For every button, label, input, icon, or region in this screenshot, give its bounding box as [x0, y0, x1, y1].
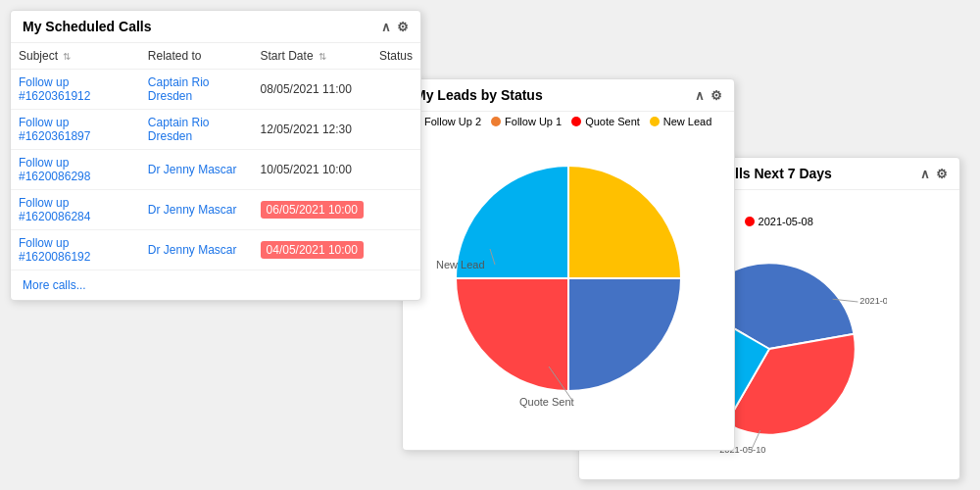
- date-overdue: 06/05/2021 10:00: [261, 201, 364, 219]
- calls-table-header-row: Subject ⇅ Related to Start Date ⇅ Status: [11, 43, 420, 70]
- legend-dot: [745, 217, 755, 226]
- cell-related[interactable]: Dr Jenny Mascar: [140, 230, 253, 270]
- table-row: Follow up #1620361897Captain Rio Dresden…: [11, 110, 420, 150]
- calls-card-title: My Scheduled Calls: [23, 19, 151, 34]
- cell-status: [371, 150, 420, 190]
- leads-collapse-icon[interactable]: ∧: [695, 88, 705, 103]
- leads-card: My Leads by Status ∧ ⚙ Follow Up 2Follow…: [402, 78, 735, 451]
- pie-label: Quote Sent: [519, 396, 574, 408]
- cell-status: [371, 190, 420, 230]
- cell-status: [371, 110, 420, 150]
- agent-collapse-icon[interactable]: ∧: [920, 167, 930, 181]
- pie-label: New Lead: [436, 259, 485, 270]
- table-row: Follow up #1620361912Captain Rio Dresden…: [11, 70, 420, 110]
- related-link[interactable]: Dr Jenny Mascar: [148, 163, 237, 176]
- cell-date: 06/05/2021 10:00: [253, 190, 371, 230]
- scheduled-calls-card: My Scheduled Calls ∧ ⚙ Subject ⇅ Related…: [10, 10, 421, 301]
- cell-related[interactable]: Captain Rio Dresden: [140, 110, 253, 150]
- related-link[interactable]: Captain Rio Dresden: [148, 75, 210, 103]
- related-link[interactable]: Dr Jenny Mascar: [148, 203, 237, 217]
- subject-link[interactable]: Follow up #1620086192: [19, 236, 90, 264]
- cell-date: 12/05/2021 12:30: [253, 110, 371, 150]
- legend-label: 2021-05-08: [759, 216, 813, 227]
- related-link[interactable]: Captain Rio Dresden: [148, 116, 210, 143]
- leads-header-controls: ∧ ⚙: [695, 88, 722, 103]
- legend-dot: [491, 117, 501, 126]
- leads-card-header: My Leads by Status ∧ ⚙: [403, 79, 734, 112]
- cell-date: 08/05/2021 11:00: [253, 70, 371, 110]
- related-link[interactable]: Dr Jenny Mascar: [148, 243, 237, 257]
- leads-settings-icon[interactable]: ⚙: [710, 88, 722, 103]
- settings-icon[interactable]: ⚙: [397, 20, 409, 34]
- more-calls-link[interactable]: More calls...: [11, 270, 420, 300]
- pie-label: 2021-05-12: [859, 296, 887, 306]
- cell-related[interactable]: Dr Jenny Mascar: [140, 190, 253, 230]
- leads-chart-container: New LeadQuote Sent: [403, 131, 734, 425]
- cell-date: 04/05/2021 10:00: [253, 230, 371, 270]
- cell-status: [371, 230, 420, 270]
- sort-subject-icon[interactable]: ⇅: [63, 51, 71, 62]
- agent-header-controls: ∧ ⚙: [920, 167, 948, 181]
- legend-label: Quote Sent: [585, 116, 640, 127]
- col-subject: Subject ⇅: [11, 43, 140, 70]
- table-row: Follow up #1620086298Dr Jenny Mascar10/0…: [11, 150, 420, 190]
- legend-dot: [571, 117, 581, 126]
- legend-label: Follow Up 2: [424, 116, 481, 127]
- subject-link[interactable]: Follow up #1620361912: [19, 75, 90, 103]
- table-row: Follow up #1620086192Dr Jenny Mascar04/0…: [11, 230, 420, 270]
- legend-item: 2021-05-08: [745, 216, 813, 227]
- legend-item: New Lead: [650, 116, 712, 127]
- sort-date-icon[interactable]: ⇅: [318, 51, 326, 62]
- cell-related[interactable]: Captain Rio Dresden: [140, 70, 253, 110]
- subject-link[interactable]: Follow up #1620361897: [19, 116, 90, 143]
- leads-pie-chart: New LeadQuote Sent: [431, 141, 706, 416]
- legend-item: Follow Up 1: [491, 116, 562, 127]
- leads-legend: Follow Up 2Follow Up 1Quote SentNew Lead: [403, 112, 734, 131]
- table-row: Follow up #1620086284Dr Jenny Mascar06/0…: [11, 190, 420, 230]
- cell-subject[interactable]: Follow up #1620086298: [11, 150, 140, 190]
- calls-card-header: My Scheduled Calls ∧ ⚙: [11, 11, 420, 43]
- calls-header-controls: ∧ ⚙: [381, 20, 409, 34]
- legend-dot: [650, 117, 660, 126]
- date-normal: 12/05/2021 12:30: [261, 122, 352, 136]
- legend-item: Quote Sent: [571, 116, 640, 127]
- leads-card-title: My Leads by Status: [415, 87, 543, 103]
- agent-settings-icon[interactable]: ⚙: [936, 167, 948, 181]
- pie-slice: [456, 278, 568, 391]
- cell-status: [371, 70, 420, 110]
- date-normal: 10/05/2021 10:00: [261, 163, 352, 176]
- legend-label: Follow Up 1: [505, 116, 562, 127]
- calls-table-body: Follow up #1620361912Captain Rio Dresden…: [11, 70, 420, 270]
- col-startdate: Start Date ⇅: [253, 43, 371, 70]
- cell-subject[interactable]: Follow up #1620086192: [11, 230, 140, 270]
- date-overdue: 04/05/2021 10:00: [261, 241, 364, 259]
- legend-label: New Lead: [663, 116, 712, 127]
- calls-table: Subject ⇅ Related to Start Date ⇅ Status…: [11, 43, 420, 270]
- date-normal: 08/05/2021 11:00: [261, 82, 352, 96]
- cell-date: 10/05/2021 10:00: [253, 150, 371, 190]
- col-status: Status: [371, 43, 420, 70]
- cell-related[interactable]: Dr Jenny Mascar: [140, 150, 253, 190]
- subject-link[interactable]: Follow up #1620086298: [19, 156, 90, 183]
- col-related: Related to: [140, 43, 253, 70]
- pie-slice: [568, 278, 681, 391]
- collapse-icon[interactable]: ∧: [381, 20, 391, 34]
- cell-subject[interactable]: Follow up #1620361912: [11, 70, 140, 110]
- subject-link[interactable]: Follow up #1620086284: [19, 196, 90, 223]
- cell-subject[interactable]: Follow up #1620361897: [11, 110, 140, 150]
- cell-subject[interactable]: Follow up #1620086284: [11, 190, 140, 230]
